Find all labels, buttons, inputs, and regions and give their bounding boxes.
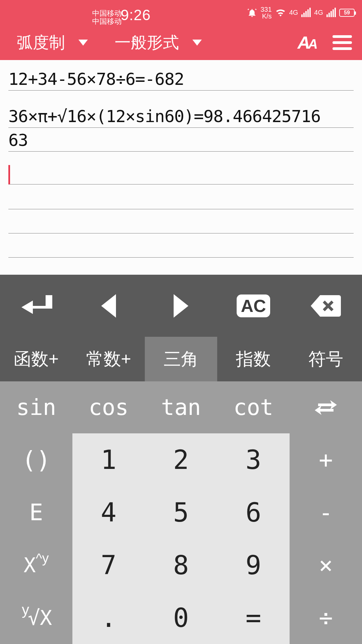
sim1-signal-icon: [301, 8, 311, 17]
trig-row: sin cos tan cot: [0, 381, 362, 433]
num-4-key[interactable]: 4: [72, 486, 145, 539]
menu-button[interactable]: [333, 35, 352, 50]
power-key[interactable]: X^y: [0, 539, 72, 591]
nth-root-key[interactable]: y√X: [0, 591, 72, 644]
tab-functions[interactable]: 函数+: [0, 337, 72, 381]
carrier-2: 中国移动: [92, 17, 122, 25]
category-tabs: 函数+ 常数+ 三角 指数 符号: [0, 337, 362, 381]
number-format-dropdown[interactable]: 一般形式: [115, 32, 202, 53]
history-line-2a[interactable]: 36×π+√16×(12×sin60)=98.466425716: [8, 104, 354, 128]
enter-key[interactable]: [0, 275, 72, 337]
num-1-key[interactable]: 1: [72, 433, 145, 486]
cursor-left-key[interactable]: [72, 275, 145, 337]
trig-toggle-key[interactable]: [290, 381, 362, 433]
history-line-1[interactable]: 12+34-56×78÷6=-682: [8, 67, 354, 91]
num-6-key[interactable]: 6: [217, 486, 290, 539]
font-size-button[interactable]: AA: [298, 33, 316, 53]
exp-e-key[interactable]: E: [0, 486, 72, 539]
ac-label: AC: [237, 294, 270, 317]
sim1-4g-label: 4G: [289, 9, 298, 16]
wifi-icon: [275, 8, 286, 17]
android-status-bar: 中国移动 中国移动 9:26 331 K/s 4G 4G 59: [0, 0, 362, 25]
chevron-down-icon: [78, 40, 88, 46]
tab-trig[interactable]: 三角: [145, 337, 217, 381]
tab-symbols[interactable]: 符号: [290, 337, 362, 381]
equals-key[interactable]: =: [217, 591, 290, 644]
num-3-key[interactable]: 3: [217, 433, 290, 486]
app-toolbar: 弧度制 一般形式 AA: [0, 25, 362, 60]
network-speed: 331 K/s: [260, 6, 272, 19]
status-clock: 9:26: [121, 7, 151, 23]
chevron-down-icon: [192, 40, 202, 46]
sheet-rule: [8, 233, 354, 233]
num-2-key[interactable]: 2: [145, 433, 217, 486]
history-line-2b[interactable]: 63: [8, 128, 354, 152]
sheet-rule: [8, 257, 354, 258]
backspace-key[interactable]: [290, 275, 362, 337]
parentheses-key[interactable]: (): [0, 433, 72, 486]
sheet-rule: [8, 209, 354, 209]
num-8-key[interactable]: 8: [145, 539, 217, 591]
num-5-key[interactable]: 5: [145, 486, 217, 539]
divide-key[interactable]: ÷: [290, 591, 362, 644]
all-clear-key[interactable]: AC: [217, 275, 290, 337]
num-7-key[interactable]: 7: [72, 539, 145, 591]
cos-key[interactable]: cos: [72, 381, 145, 433]
tab-constants[interactable]: 常数+: [72, 337, 145, 381]
keypad: AC 函数+ 常数+ 三角 指数 符号 sin cos tan cot () 1…: [0, 275, 362, 644]
num-9-key[interactable]: 9: [217, 539, 290, 591]
cursor-right-key[interactable]: [145, 275, 217, 337]
number-format-label: 一般形式: [115, 32, 179, 53]
sim2-4g-label: 4G: [314, 9, 323, 16]
carrier-labels: 中国移动 中国移动: [92, 9, 122, 25]
num-0-key[interactable]: 0: [145, 591, 217, 644]
input-line[interactable]: [8, 165, 354, 184]
angle-mode-dropdown[interactable]: 弧度制: [17, 32, 88, 53]
calculation-sheet[interactable]: 12+34-56×78÷6=-682 36×π+√16×(12×sin60)=9…: [0, 60, 362, 275]
tan-key[interactable]: tan: [145, 381, 217, 433]
sim2-signal-icon: [326, 8, 336, 17]
editing-row: AC: [0, 275, 362, 337]
cot-key[interactable]: cot: [217, 381, 290, 433]
alarm-icon: [247, 8, 257, 18]
plus-key[interactable]: +: [290, 433, 362, 486]
multiply-key[interactable]: ×: [290, 539, 362, 591]
sin-key[interactable]: sin: [0, 381, 72, 433]
minus-key[interactable]: -: [290, 486, 362, 539]
angle-mode-label: 弧度制: [17, 32, 65, 53]
main-keypad: () 1 2 3 + E 4 5 6 - X^y 7 8 9 × y√X . 0…: [0, 433, 362, 644]
tab-exponent[interactable]: 指数: [217, 337, 290, 381]
decimal-key[interactable]: .: [72, 591, 145, 644]
carrier-1: 中国移动: [92, 9, 122, 17]
battery-icon: 59: [339, 9, 355, 17]
